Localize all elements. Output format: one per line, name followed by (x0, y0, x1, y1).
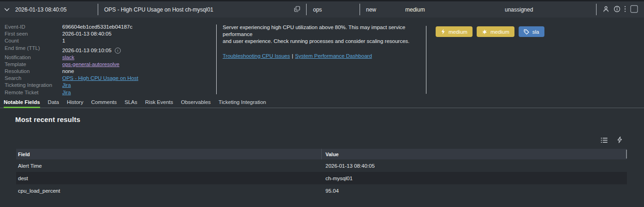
detail-label: Event-ID (5, 24, 62, 30)
alert-detail-page: 2026-01-13 08:40:05 OPS - High CPU Usage… (0, 0, 644, 207)
detail-row-end-time-ttl: End time (TTL)2026-01-13 09:10:05i (5, 45, 213, 54)
alert-header-bar: 2026-01-13 08:40:05 OPS - High CPU Usage… (0, 0, 644, 18)
detail-value-end-time-ttl: 2026-01-13 09:10:05i (62, 47, 121, 54)
list-icon[interactable] (601, 137, 608, 145)
detail-row-remote-ticket: Remote TicketJira (5, 89, 213, 96)
detail-value-search[interactable]: OPS - High CPU Usage on Host (62, 75, 138, 82)
documentation-links: Troubleshooting CPU Issues|System Perfor… (223, 53, 428, 60)
alert-title-cell: OPS - High CPU Usage on Host ch-mysql01 (98, 6, 306, 13)
table-header-row: Field Value (16, 149, 627, 159)
field-cell: cpu_load_percent (16, 188, 322, 194)
divider (216, 24, 217, 94)
impact-icon (482, 29, 487, 35)
detail-row-ticketing-integration: Ticketing IntegrationJira (5, 82, 213, 89)
lightning-icon (441, 29, 445, 35)
detail-label: Notification (5, 54, 62, 61)
troubleshooting-link[interactable]: Troubleshooting CPU Issues (223, 53, 290, 59)
detail-value-resolution: none (62, 68, 74, 75)
detail-label: Search (5, 75, 62, 82)
select-checkbox[interactable] (630, 5, 638, 14)
tab-bar: Notable FieldsDataHistoryCommentsSLAsRis… (0, 97, 644, 108)
detail-label: End time (TTL) (5, 45, 62, 52)
kebab-menu-icon[interactable] (624, 6, 626, 14)
detail-value-ticketing-integration[interactable]: Jira (62, 82, 71, 89)
detail-label: Count (5, 37, 62, 44)
lightning-bolt-icon[interactable] (617, 136, 622, 145)
badge-group: mediummediumsla (436, 26, 544, 37)
detail-row-event-id: Event-ID696604eb1ced5331eb04187c (5, 24, 213, 30)
detail-row-search: SearchOPS - High CPU Usage on Host (5, 75, 213, 82)
info-icon[interactable] (614, 6, 620, 14)
detail-label: Resolution (5, 68, 62, 75)
sla-badge[interactable]: sla (519, 26, 544, 37)
copy-icon[interactable] (294, 6, 300, 13)
detail-fields-panel: Event-ID696604eb1ced5331eb04187cFirst se… (5, 24, 213, 96)
description-line: Server experiencing high CPU utilization… (223, 24, 428, 38)
link-separator: | (292, 53, 293, 59)
field-cell: Alert Time (16, 163, 322, 169)
detail-value-notification[interactable]: slack (62, 54, 74, 61)
field-cell: dest (16, 176, 322, 181)
detail-label: Template (5, 61, 62, 68)
table-actions (601, 136, 622, 145)
chevron-down-icon (4, 6, 10, 13)
badge-label: medium (449, 29, 467, 35)
alert-group: ops (307, 6, 360, 13)
detail-row-notification: Notificationslack (5, 54, 213, 61)
detail-row-count: Count1 (5, 37, 213, 44)
urgency-selector[interactable]: medium (399, 1, 498, 18)
dashboard-link[interactable]: System Performance Dashboard (295, 53, 372, 59)
medium-badge[interactable]: medium (477, 26, 514, 37)
detail-label: Remote Ticket (5, 89, 62, 96)
detail-row-template: Templateops-general-autoresolve (5, 61, 213, 68)
badge-label: sla (532, 29, 539, 35)
tab-comments[interactable]: Comments (91, 97, 117, 108)
results-heading: Most recent results (15, 116, 80, 123)
alert-description: Server experiencing high CPU utilization… (223, 24, 428, 60)
value-cell: 95.04 (322, 188, 339, 194)
detail-value-remote-ticket[interactable]: Jira (62, 89, 71, 96)
tag-icon (524, 29, 529, 35)
detail-value-count: 1 (62, 37, 65, 44)
alert-timestamp: 2026-01-13 08:40:05 (14, 6, 98, 13)
user-icon[interactable] (603, 6, 609, 14)
header-action-icons (597, 5, 644, 14)
table-body: Alert Time2026-01-13 08:40:05destch-mysq… (16, 159, 627, 197)
table-row-cpu-load-percent[interactable]: cpu_load_percent95.04 (16, 184, 627, 197)
detail-value-first-seen: 2026-01-13 08:40:05 (62, 30, 112, 37)
detail-row-first-seen: First seen2026-01-13 08:40:05 (5, 30, 213, 37)
alert-title: OPS - High CPU Usage on Host ch-mysql01 (104, 6, 213, 13)
value-cell: 2026-01-13 08:40:05 (322, 163, 375, 169)
tab-data[interactable]: Data (48, 97, 59, 108)
detail-label: First seen (5, 30, 62, 37)
owner-selector[interactable]: unassigned (498, 6, 596, 13)
table-row-dest[interactable]: destch-mysql01 (16, 172, 627, 184)
description-line: and user experience. Check running proce… (223, 38, 428, 45)
tab-risk-events[interactable]: Risk Events (145, 97, 173, 108)
table-row-alert-time[interactable]: Alert Time2026-01-13 08:40:05 (16, 159, 627, 172)
info-icon: i (115, 48, 121, 54)
tab-notable-fields[interactable]: Notable Fields (4, 97, 40, 108)
medium-badge[interactable]: medium (436, 26, 473, 37)
results-table: Field Value Alert Time2026-01-13 08:40:0… (16, 149, 627, 197)
detail-value-event-id: 696604eb1ced5331eb04187c (62, 24, 132, 30)
detail-row-resolution: Resolutionnone (5, 68, 213, 75)
tab-history[interactable]: History (67, 97, 83, 108)
tab-ticketing-integration[interactable]: Ticketing Integration (219, 97, 266, 108)
value-cell: ch-mysql01 (322, 176, 353, 181)
badge-label: medium (490, 29, 509, 35)
detail-label: Ticketing Integration (5, 82, 62, 89)
detail-value-template[interactable]: ops-general-autoresolve (62, 61, 119, 68)
tab-observables[interactable]: Observables (181, 97, 211, 108)
column-header-field: Field (16, 152, 321, 157)
tab-slas[interactable]: SLAs (124, 97, 137, 108)
collapse-chevron-button[interactable] (0, 6, 14, 13)
column-header-value: Value (322, 152, 627, 157)
status-selector[interactable]: new (360, 6, 399, 13)
scrollbar-thumb[interactable] (626, 150, 627, 158)
